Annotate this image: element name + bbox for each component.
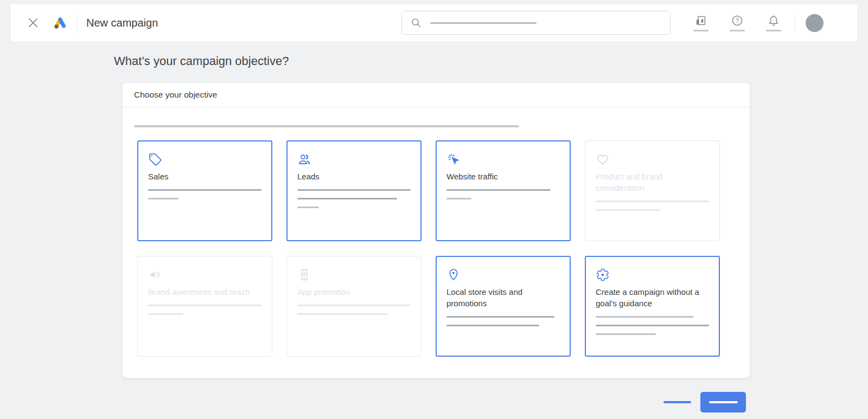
objective-label: Create a campaign without a goal’s guida… — [596, 286, 707, 309]
placeholder-line — [446, 198, 471, 199]
search-placeholder-line — [430, 22, 537, 24]
tag-icon — [148, 152, 162, 166]
placeholder-line — [596, 325, 709, 326]
placeholder-line — [148, 313, 183, 315]
description-placeholder-lines — [446, 316, 560, 326]
objective-card-sales[interactable]: Sales — [137, 140, 272, 241]
placeholder-line — [148, 305, 261, 306]
objective-grid: SalesLeadsWebsite trafficProduct and bra… — [137, 140, 750, 357]
help-button[interactable] — [729, 14, 745, 31]
objective-label: App promotion — [297, 286, 409, 298]
description-placeholder-lines — [148, 305, 261, 315]
icon-label-placeholder — [693, 30, 709, 31]
continue-button[interactable] — [700, 392, 746, 412]
objective-card-product-and-brand-consideration: Product and brand consideration — [585, 140, 720, 241]
cancel-link-placeholder[interactable] — [663, 401, 691, 403]
button-label-placeholder — [709, 401, 738, 403]
objective-card-local-store-visits-and-promotions[interactable]: Local store visits and promotions — [436, 256, 571, 357]
heart-icon — [596, 152, 610, 166]
user-avatar[interactable] — [806, 14, 824, 32]
placeholder-line — [297, 198, 397, 199]
placeholder-line — [596, 201, 709, 202]
placeholder-line — [596, 333, 656, 335]
description-placeholder-lines — [297, 305, 411, 315]
text-placeholder-line — [134, 125, 519, 127]
help-icon — [731, 14, 744, 27]
header-divider — [77, 13, 78, 33]
objective-label: Brand awereness and reach — [148, 286, 259, 298]
placeholder-line — [446, 316, 554, 318]
google-ads-logo — [51, 14, 69, 32]
icon-label-placeholder — [730, 30, 745, 31]
placeholder-line — [297, 207, 319, 208]
campaign-objective-heading: What’s your campaign objective? — [114, 54, 289, 68]
description-placeholder-lines — [446, 189, 560, 199]
top-app-bar: New campaign — [11, 4, 857, 41]
objective-card-app-promotion: App promotion — [286, 256, 422, 357]
notifications-icon — [767, 14, 780, 27]
gear-icon — [596, 268, 610, 282]
choose-objective-panel: Choose your objective SalesLeadsWebsite … — [122, 82, 750, 378]
description-placeholder-lines — [596, 316, 709, 335]
analytics-icon — [694, 14, 707, 27]
objective-card-brand-awereness-and-reach: Brand awereness and reach — [137, 256, 272, 357]
placeholder-line — [297, 305, 411, 306]
header-divider — [795, 15, 795, 31]
objective-card-website-traffic[interactable]: Website traffic — [436, 140, 571, 241]
notifications-button[interactable] — [765, 14, 782, 31]
analytics-button[interactable] — [693, 14, 709, 31]
icon-label-placeholder — [766, 30, 781, 31]
placeholder-line — [148, 189, 261, 191]
close-icon[interactable] — [26, 16, 40, 30]
objective-label: Website traffic — [446, 171, 558, 182]
description-placeholder-lines — [297, 189, 411, 208]
page-title: New campaign — [86, 4, 158, 41]
description-placeholder-lines — [148, 189, 261, 199]
placeholder-line — [446, 325, 539, 326]
objective-card-leads[interactable]: Leads — [286, 140, 422, 241]
objective-label: Sales — [148, 171, 259, 182]
app-download-icon — [297, 268, 311, 282]
objective-card-campaign-without-goal[interactable]: Create a campaign without a goal’s guida… — [585, 256, 720, 357]
description-placeholder-lines — [596, 201, 709, 211]
placeholder-line — [596, 209, 660, 211]
objective-label: Leads — [297, 171, 409, 182]
search-icon — [410, 17, 422, 29]
cursor-click-icon — [446, 152, 461, 166]
placeholder-line — [446, 189, 551, 191]
placeholder-line — [596, 316, 693, 318]
placeholder-line — [148, 198, 178, 199]
objective-label: Product and brand consideration — [596, 171, 707, 194]
placeholder-line — [297, 189, 411, 191]
header-actions — [673, 4, 857, 41]
megaphone-icon — [148, 268, 162, 282]
placeholder-line — [297, 313, 388, 315]
person-icon — [297, 152, 311, 166]
location-pin-icon — [446, 268, 461, 282]
search-input[interactable] — [401, 11, 671, 35]
panel-title: Choose your objective — [123, 83, 750, 107]
objective-label: Local store visits and promotions — [446, 286, 558, 309]
